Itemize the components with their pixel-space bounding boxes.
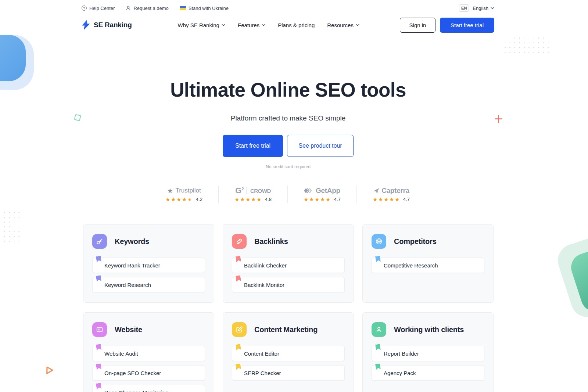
page-title: Ultimate Online SEO tools [0, 79, 576, 101]
card-competitors: Competitors Competitive Research [362, 224, 494, 303]
rating-score: 4.7 [403, 197, 410, 202]
nav-resources[interactable]: Resources [327, 22, 359, 28]
chevron-down-icon [262, 24, 265, 26]
card-title: Content Marketing [254, 326, 318, 334]
hero-start-free-trial-button[interactable]: Start free trial [223, 135, 283, 157]
see-product-tour-button[interactable]: See product tour [287, 135, 354, 157]
rating-capterra: Capterra ★★★★★ 4.7 [357, 187, 426, 202]
nav-why-se-ranking[interactable]: Why SE Ranking [178, 22, 225, 28]
card-content-marketing: Content Marketing Content Editor SERP Ch… [223, 312, 354, 392]
decorative-dot-grid-top-right [503, 36, 550, 54]
tool-report-builder[interactable]: Report Builder [372, 346, 484, 361]
rating-trustpilot: ★ Trustpilot ★★★★★ 4.2 [150, 187, 218, 202]
nav-plans-pricing[interactable]: Plans & pricing [278, 22, 315, 28]
bookmark-icon [375, 363, 381, 370]
capterra-logo-icon [373, 188, 379, 194]
rating-score: 4.2 [196, 197, 202, 202]
chevron-down-icon [222, 24, 225, 26]
tool-backlink-checker[interactable]: Backlink Checker [232, 258, 345, 273]
tool-content-editor[interactable]: Content Editor [232, 346, 345, 361]
start-free-trial-button[interactable]: Start free trial [440, 18, 494, 33]
bookmark-icon [375, 256, 381, 262]
tool-keyword-rank-tracker[interactable]: Keyword Rank Tracker [92, 258, 205, 273]
decorative-orange-triangle [43, 364, 54, 376]
star-rating: ★★★★★ [304, 197, 331, 202]
trustpilot-star-icon: ★ [167, 187, 173, 194]
ukraine-flag-icon [180, 6, 186, 10]
bookmark-icon [236, 256, 241, 262]
rating-g2crowd: G2 CROWD ★★★★★ 4.8 [219, 187, 287, 202]
tool-keyword-research[interactable]: Keyword Research [92, 277, 205, 292]
target-icon [372, 234, 386, 249]
decorative-blue-blob [0, 35, 26, 81]
nav-features[interactable]: Features [238, 22, 265, 28]
request-demo-link[interactable]: Request a demo [126, 6, 168, 11]
tool-agency-pack[interactable]: Agency Pack [372, 365, 484, 381]
chevron-down-icon [356, 24, 359, 26]
card-website: Website Website Audit On-page SEO Checke… [83, 312, 214, 392]
person-icon [126, 6, 131, 11]
star-rating: ★★★★★ [234, 197, 262, 202]
person-icon [372, 322, 386, 337]
review-ratings-strip: ★ Trustpilot ★★★★★ 4.2 G2 CROWD ★★★★★ 4.… [150, 186, 426, 203]
bookmark-icon [96, 256, 101, 262]
tool-website-audit[interactable]: Website Audit [92, 346, 205, 361]
bookmark-icon [96, 275, 101, 282]
no-credit-card-note: No credit card required [0, 164, 576, 169]
tool-serp-checker[interactable]: SERP Checker [232, 365, 345, 381]
card-title: Working with clients [394, 326, 464, 334]
rating-score: 4.7 [334, 197, 341, 202]
help-center-label: Help Center [89, 6, 115, 11]
getapp-logo-icon [304, 188, 313, 194]
edit-icon [232, 322, 247, 337]
card-title: Backlinks [254, 237, 288, 246]
se-ranking-homepage: ? Help Center Request a demo Stand with … [0, 0, 588, 392]
key-icon [92, 234, 107, 249]
getapp-logo-text: GetApp [316, 187, 340, 195]
bookmark-icon [375, 344, 381, 350]
stand-with-ukraine-label: Stand with Ukraine [189, 6, 229, 11]
capterra-logo-text: Capterra [381, 187, 409, 195]
hero-section: Ultimate Online SEO tools Platform craft… [0, 79, 576, 169]
star-rating: ★★★★★ [373, 197, 400, 202]
rating-getapp: GetApp ★★★★★ 4.7 [288, 187, 356, 202]
tool-competitive-research[interactable]: Competitive Research [372, 258, 484, 273]
g2-logo-icon: G2 [235, 187, 244, 195]
card-backlinks: Backlinks Backlink Checker Backlink Moni… [223, 224, 354, 303]
request-demo-label: Request a demo [133, 6, 168, 11]
lightning-bolt-icon [82, 20, 90, 30]
divider [247, 187, 247, 194]
help-question-icon: ? [82, 6, 87, 11]
stand-with-ukraine-link[interactable]: Stand with Ukraine [180, 6, 229, 11]
browser-window-icon [92, 322, 107, 337]
bookmark-icon [96, 363, 101, 370]
bookmark-icon [96, 383, 101, 389]
tool-page-changes-monitoring[interactable]: Page Changes Monitoring [92, 385, 205, 392]
bookmark-icon [236, 344, 241, 350]
card-working-with-clients: Working with clients Report Builder Agen… [362, 312, 494, 392]
tool-on-page-seo-checker[interactable]: On-page SEO Checker [92, 365, 205, 381]
star-rating: ★★★★★ [165, 197, 193, 202]
link-icon [232, 234, 247, 249]
hero-subtitle: Platform crafted to make SEO simple [0, 114, 576, 122]
tool-category-grid: Keywords Keyword Rank Tracker Keyword Re… [83, 224, 494, 392]
tool-backlink-monitor[interactable]: Backlink Monitor [232, 277, 345, 292]
g2-crowd-logo-text: CROWD [250, 188, 271, 194]
language-code-badge: EN [459, 4, 469, 12]
decorative-dot-grid-bottom-left [2, 210, 21, 243]
bookmark-icon [236, 275, 241, 282]
bookmark-icon [236, 363, 241, 370]
help-center-link[interactable]: ? Help Center [82, 6, 115, 11]
rating-score: 4.8 [265, 197, 272, 202]
utility-topbar: ? Help Center Request a demo Stand with … [0, 0, 588, 16]
sign-in-button[interactable]: Sign in [400, 18, 435, 33]
bookmark-icon [96, 344, 101, 350]
brand-name: SE Ranking [94, 21, 132, 29]
se-ranking-logo[interactable]: SE Ranking [82, 20, 132, 30]
card-title: Keywords [115, 237, 149, 246]
card-keywords: Keywords Keyword Rank Tracker Keyword Re… [83, 224, 214, 303]
card-title: Competitors [394, 237, 437, 246]
language-selector[interactable]: English [473, 6, 494, 11]
trustpilot-logo-text: Trustpilot [175, 187, 201, 194]
card-title: Website [115, 326, 142, 334]
